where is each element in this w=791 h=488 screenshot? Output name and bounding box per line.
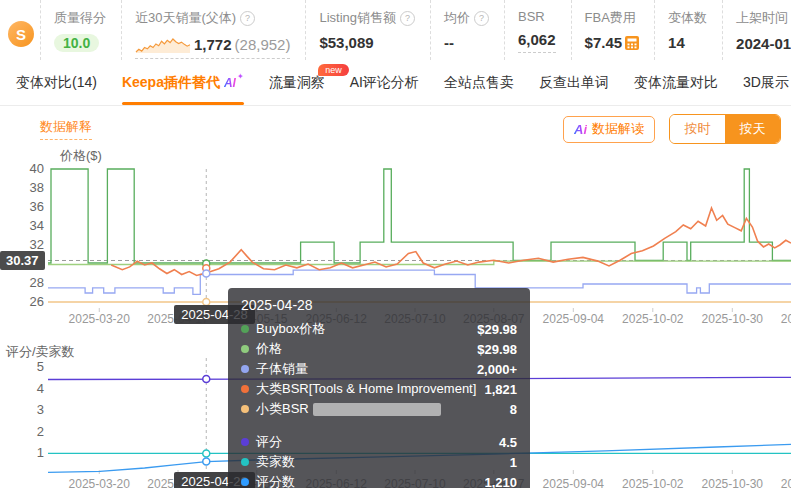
sparkle-icon: ✦	[237, 72, 244, 81]
stat-label: Listing销售额?	[319, 9, 415, 27]
y-axis-tick: 36	[2, 199, 44, 214]
y-axis-tick: 5	[2, 359, 44, 374]
tooltip-row-label: 卖家数	[256, 453, 295, 471]
stat-label-text: FBA费用	[585, 9, 636, 27]
y-axis-tick: 28	[2, 275, 44, 290]
x-axis-tick: 2025-10-02	[611, 477, 695, 488]
y-axis-tick: 3	[2, 402, 44, 417]
series-dot-icon	[241, 325, 249, 333]
series-dot-icon	[241, 438, 249, 446]
stats-list: 质量得分10.0近30天销量(父体)?1,772(28,952)Listing销…	[40, 0, 791, 60]
new-badge: new	[318, 64, 349, 76]
stat-value: 1,772(28,952)	[135, 34, 290, 59]
stat-block: 变体数14	[654, 0, 722, 60]
fee-calculator-icon[interactable]	[625, 36, 639, 50]
tab-3D展示[interactable]: 3D展示	[743, 60, 789, 105]
ai-badge-icon: AI	[224, 76, 236, 90]
tooltip-row-label: Buybox价格	[256, 320, 325, 338]
stat-label: 质量得分	[54, 9, 106, 27]
y-axis-tick: 26	[2, 294, 44, 309]
series-dot-icon	[241, 478, 249, 486]
x-axis-tick: 2025-11-27	[769, 312, 791, 326]
help-icon[interactable]: ?	[474, 11, 489, 26]
tooltip-row-value: 1	[510, 455, 517, 470]
tab-流量洞察[interactable]: 流量洞察new	[269, 60, 325, 105]
sellersprite-logo: S	[8, 21, 34, 47]
data-explain-link[interactable]: 数据解释	[40, 118, 92, 140]
stat-value: --	[444, 34, 489, 51]
stat-label-text: 上架时间	[736, 9, 788, 27]
stat-value: $53,089	[319, 34, 415, 51]
tab-label: AI评论分析	[350, 74, 419, 92]
chart-actions: Ai 数据解读 按时 按天	[563, 114, 781, 144]
tab-label: 流量洞察	[269, 74, 325, 92]
tooltip-row-label: 小类BSR	[256, 400, 309, 418]
stat-value: 10.0	[54, 34, 106, 52]
tab-label: 变体对比(14)	[16, 74, 97, 92]
help-icon[interactable]: ?	[400, 11, 415, 26]
tooltip-row-label: 子体销量	[256, 360, 308, 378]
stat-label-text: 均价	[444, 9, 470, 27]
tab-label: 3D展示	[743, 74, 789, 92]
redacted-text-block	[313, 403, 441, 416]
tab-label: 反查出单词	[539, 74, 609, 92]
stat-label-text: 质量得分	[54, 9, 106, 27]
tooltip-row: 子体销量2,000+	[241, 359, 517, 379]
tab-全站点售卖[interactable]: 全站点售卖	[444, 60, 514, 105]
x-axis-tick: 2025-10-02	[611, 312, 695, 326]
x-axis-tick: 2025-03-20	[57, 312, 141, 326]
y-axis-tick: 32	[2, 237, 44, 252]
stat-value: 2024-01-11(790天)	[736, 34, 791, 53]
stat-label-text: Listing销售额	[319, 9, 396, 27]
time-granularity-toggle: 按时 按天	[669, 114, 781, 144]
tooltip-row: 小类BSR8	[241, 399, 517, 419]
tooltip-row-label: 价格	[256, 340, 282, 358]
tooltip-row: Buybox价格$29.98	[241, 319, 517, 339]
toggle-by-hour[interactable]: 按时	[670, 115, 725, 143]
x-axis-tick: 2025-03-20	[57, 477, 141, 488]
ai-interpret-button[interactable]: Ai 数据解读	[563, 116, 655, 143]
stat-value-text: $53,089	[319, 34, 373, 51]
tab-Keepa插件替代[interactable]: Keepa插件替代AI✦	[122, 60, 244, 105]
y-axis-tick: 2	[2, 424, 44, 439]
stat-label-text: 变体数	[668, 9, 707, 27]
stat-label: FBA费用	[585, 9, 640, 27]
tooltip-date: 2025-04-28	[241, 297, 517, 313]
price-axis-value-badge: 30.37	[0, 251, 45, 270]
y-axis-tick: 34	[2, 218, 44, 233]
tab-label: Keepa插件替代	[122, 74, 220, 92]
tab-AI评论分析[interactable]: AI评论分析	[350, 60, 419, 105]
help-icon[interactable]: ?	[240, 11, 255, 26]
tooltip-row: 价格$29.98	[241, 339, 517, 359]
stat-value: 14	[668, 34, 707, 51]
y-axis-tick: 40	[2, 161, 44, 176]
tab-变体流量对比[interactable]: 变体流量对比	[634, 60, 718, 105]
tab-反查出单词[interactable]: 反查出单词	[539, 60, 609, 105]
stat-label-text: BSR	[518, 9, 545, 24]
stat-block: FBA费用$7.45	[571, 0, 655, 60]
ai-interpret-label: 数据解读	[592, 120, 644, 138]
stat-value-text: --	[444, 34, 454, 51]
stat-value: $7.45	[585, 34, 640, 51]
tooltip-row-value: 8	[510, 402, 517, 417]
stat-label: BSR	[518, 9, 556, 24]
toggle-by-day[interactable]: 按天	[725, 115, 780, 143]
tab-label: 变体流量对比	[634, 74, 718, 92]
quality-score-pill: 10.0	[54, 34, 99, 52]
tooltip-row: 评分4.5	[241, 432, 517, 452]
sales-sparkline	[135, 34, 191, 54]
tooltip-gap	[241, 419, 517, 432]
stat-value-text: 2024-01-11	[736, 35, 791, 52]
tooltip-row-label: 评分数	[256, 473, 295, 488]
tooltip-row-label: 评分	[256, 433, 282, 451]
series-dot-icon	[241, 365, 249, 373]
tab-label: 全站点售卖	[444, 74, 514, 92]
tab-变体对比(14)[interactable]: 变体对比(14)	[16, 60, 97, 105]
y-axis-tick: 1	[2, 445, 44, 460]
tab-bar: 变体对比(14)Keepa插件替代AI✦流量洞察newAI评论分析全站点售卖反查…	[0, 60, 791, 106]
ai-logo-icon: Ai	[574, 122, 587, 137]
tooltip-row-value: 4.5	[499, 435, 517, 450]
stat-label: 近30天销量(父体)?	[135, 9, 290, 27]
tooltip-row-value: 2,000+	[477, 362, 517, 377]
stat-block: 近30天销量(父体)?1,772(28,952)	[121, 0, 305, 60]
